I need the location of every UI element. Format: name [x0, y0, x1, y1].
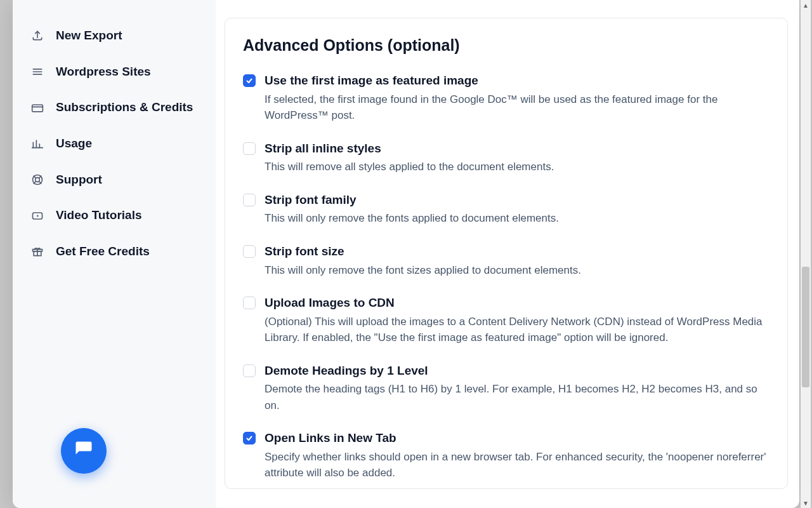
lifebuoy-icon	[30, 173, 44, 187]
option-title: Upload Images to CDN	[265, 295, 769, 311]
sidebar-item-new-export[interactable]: New Export	[13, 18, 216, 54]
option-row: Strip font sizeThis will only remove the…	[243, 243, 769, 278]
card-icon	[30, 101, 44, 115]
main-content: Advanced Options (optional) Use the firs…	[216, 0, 799, 508]
option-row: Strip font familyThis will only remove t…	[243, 192, 769, 227]
option-checkbox[interactable]	[243, 432, 256, 444]
option-text: Open Links in New TabSpecify whether lin…	[265, 430, 769, 481]
option-description: This will only remove the fonts applied …	[265, 210, 769, 227]
svg-line-15	[39, 176, 41, 178]
option-checkbox[interactable]	[243, 74, 256, 87]
sidebar-item-video-tutorials[interactable]: Video Tutorials	[13, 197, 216, 234]
option-row: Use the first image as featured imageIf …	[243, 72, 769, 124]
sidebar-item-wordpress-sites[interactable]: Wordpress Sites	[13, 54, 216, 90]
option-text: Demote Headings by 1 LevelDemote the hea…	[265, 363, 769, 414]
scroll-up-button[interactable]: ▲	[801, 0, 811, 10]
panel-title: Advanced Options (optional)	[243, 36, 769, 55]
gift-icon	[30, 244, 44, 258]
option-row: Strip all inline stylesThis will remove …	[243, 140, 769, 175]
chat-button[interactable]	[61, 428, 107, 474]
option-text: Use the first image as featured imageIf …	[265, 72, 769, 124]
chat-icon	[74, 440, 93, 462]
svg-marker-17	[37, 215, 39, 217]
option-checkbox[interactable]	[243, 142, 256, 155]
sidebar-nav: New Export Wordpress Sites Subscriptions…	[13, 18, 216, 495]
chart-icon	[30, 137, 44, 150]
sidebar-item-label: Subscriptions & Credits	[56, 100, 193, 116]
option-row: Upload Images to CDN(Optional) This will…	[243, 295, 769, 346]
svg-line-12	[34, 176, 36, 178]
scroll-down-button[interactable]: ▼	[801, 498, 811, 508]
option-checkbox[interactable]	[243, 364, 256, 377]
page-scrollbar[interactable]: ▲ ▼	[801, 0, 811, 508]
option-text: Strip all inline stylesThis will remove …	[265, 140, 769, 175]
option-description: This will only remove the font sizes app…	[265, 262, 769, 279]
sidebar-item-label: New Export	[56, 28, 122, 44]
list-icon	[30, 65, 44, 79]
svg-rect-4	[32, 105, 43, 112]
upload-icon	[30, 29, 44, 43]
video-icon	[30, 209, 44, 223]
option-title: Open Links in New Tab	[265, 430, 769, 446]
option-title: Strip font size	[265, 243, 769, 260]
option-checkbox[interactable]	[243, 245, 256, 258]
option-description: Specify whether links should open in a n…	[265, 449, 769, 481]
option-text: Strip font familyThis will only remove t…	[265, 192, 769, 227]
svg-line-14	[34, 182, 36, 184]
option-row: Open Links in New TabSpecify whether lin…	[243, 430, 769, 481]
sidebar-item-label: Usage	[56, 136, 92, 152]
sidebar-item-get-free-credits[interactable]: Get Free Credits	[13, 234, 216, 270]
sidebar-item-label: Video Tutorials	[56, 208, 142, 224]
options-list: Use the first image as featured imageIf …	[243, 72, 769, 489]
option-row: Demote Headings by 1 LevelDemote the hea…	[243, 363, 769, 414]
sidebar-item-label: Get Free Credits	[56, 244, 150, 260]
sidebar-item-label: Support	[56, 172, 102, 188]
option-checkbox[interactable]	[243, 194, 256, 206]
sidebar-item-label: Wordpress Sites	[56, 64, 151, 80]
option-title: Strip all inline styles	[265, 140, 769, 157]
option-text: Strip font sizeThis will only remove the…	[265, 243, 769, 278]
svg-line-13	[39, 182, 41, 184]
scroll-thumb[interactable]	[802, 267, 809, 387]
option-description: If selected, the first image found in th…	[265, 91, 769, 124]
option-description: Demote the heading tags (H1 to H6) by 1 …	[265, 381, 769, 413]
sidebar-item-subscriptions-credits[interactable]: Subscriptions & Credits	[13, 90, 216, 126]
option-description: This will remove all styles applied to t…	[265, 159, 769, 175]
sidebar: New Export Wordpress Sites Subscriptions…	[13, 0, 216, 508]
sidebar-item-support[interactable]: Support	[13, 162, 216, 198]
option-description: (Optional) This will upload the images t…	[265, 314, 769, 346]
advanced-options-panel: Advanced Options (optional) Use the firs…	[225, 18, 788, 489]
option-title: Use the first image as featured image	[265, 72, 769, 89]
sidebar-item-usage[interactable]: Usage	[13, 126, 216, 162]
app-window: New Export Wordpress Sites Subscriptions…	[13, 0, 799, 508]
option-checkbox[interactable]	[243, 297, 256, 309]
option-title: Demote Headings by 1 Level	[265, 363, 769, 379]
option-title: Strip font family	[265, 192, 769, 208]
option-text: Upload Images to CDN(Optional) This will…	[265, 295, 769, 346]
